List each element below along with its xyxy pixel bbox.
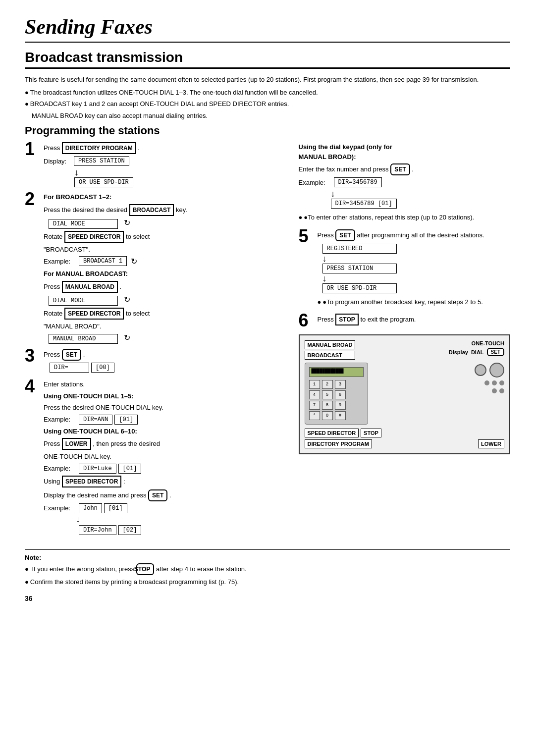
step-1-content: Press DIRECTORY PROGRAM . Display: PRESS… [44,142,284,187]
step-2-press-manual: Press [44,283,60,290]
display-dial-mode: DIAL MODE [49,219,118,229]
note-b1-after: after step 4 to erase the station. [156,565,247,573]
right-arrow-1: ↓ [331,189,511,198]
step-5-display2-row: PRESS STATION [322,264,511,273]
lower-key: LOWER [62,438,91,450]
step-4-lower-text2: , then press the desired [93,440,160,447]
arrow-down-4: ↓ [76,515,284,524]
step-1-display-row: Display: PRESS STATION [44,156,284,166]
step-6-after: to exit the program. [360,316,416,323]
step-4-block: 4 Enter stations. Using ONE-TOUCH DIAL 1… [25,379,284,537]
stop-key-note: STOP [136,563,154,575]
machine-diagram: MANUAL BROAD BROADCAST ONE-TOUCH Display… [299,334,511,454]
dial-keypad-period: . [412,165,414,173]
machine-label-manual-broad: MANUAL BROAD [305,340,356,349]
step-2-label-manual: For MANUAL BROADCAST: [44,270,128,277]
rotate-sym-3: ↻ [124,295,130,304]
key-5: 5 [322,390,333,399]
page-number: 36 [25,594,510,602]
key-6: 6 [335,390,346,399]
step-4-press-lower: Press [44,440,60,447]
display-john: John [79,503,102,513]
arrow-down-1: ↓ [74,168,284,177]
display-press-station-5: PRESS STATION [322,264,397,273]
dial-keypad-display2-row: DIR=3456789 [01] [331,199,511,209]
directory-program-key: DIRECTORY PROGRAM [62,142,136,154]
intro-bullet3: MANUAL BROAD key can also accept manual … [25,111,510,121]
display-dial-mode-2: DIAL MODE [49,296,118,306]
stop-key-6: STOP [335,314,358,325]
machine-stop-label: STOP [361,429,381,437]
display-dir-luke: DIR=Luke [79,464,116,474]
display-dir-john: DIR=John [79,525,116,535]
intro-bullet1: The broadcast function utilizes ONE-TOUC… [25,88,510,98]
machine-dot-3 [499,380,504,385]
intro-bullet2: BROADCAST key 1 and 2 can accept ONE-TOU… [25,99,510,109]
step-2-example-label: Example: [44,258,76,265]
display-dir-john-right: [02] [118,525,142,535]
dial-keypad-text1: Enter the fax number and press [299,165,389,173]
step-2-to-select-2: to select [126,310,150,317]
section-title: Broadcast transmission [25,50,510,69]
step-4-arrow-down: ↓ [76,515,284,524]
display-dir-00-right: [00] [91,363,114,373]
display-john-right: [01] [104,503,127,513]
step-3-display-row: DIR= [00] [50,363,284,373]
step-5-arrow-2: ↓ [322,274,511,283]
display-box-1b: OR USE SPD-DIR [74,177,133,187]
step-4-content: Enter stations. Using ONE-TOUCH DIAL 1–5… [44,379,284,537]
note-bullet-1: If you enter the wrong station, press ST… [25,563,510,575]
page-title: Sending Faxes [25,15,510,43]
rotate-sym-4: ↻ [124,333,130,342]
step-4-number: 4 [25,378,39,537]
key-7: 7 [309,401,320,410]
step-5-displays: REGISTERED ↓ PRESS STATION ↓ OR USE SPD-… [318,244,511,293]
dial-keypad-section: Using the dial keypad (only for MANUAL B… [299,142,511,222]
display-dir-luke-right: [01] [118,464,142,474]
set-key-3: SET [62,349,81,361]
display-broadcast-1: BROADCAST 1 [79,256,127,266]
keypad-row-3: 7 8 9 [309,401,364,410]
display-or-use-spd-dir-5: OR USE SPD-DIR [322,283,397,293]
step-6-content: Press STOP to exit the program. [318,314,511,329]
step-1-block: 1 Press DIRECTORY PROGRAM . Display: PRE… [25,142,284,187]
step-2-rotate-text: Rotate [44,233,62,240]
arrow-down-5b: ↓ [322,274,511,283]
step-4-lower-text3: ONE-TOUCH DIAL key. [44,452,284,462]
right-column: Using the dial keypad (only for MANUAL B… [299,142,511,541]
speed-director-key-1: SPEED DIRECTOR [64,231,124,243]
speed-director-key-2: SPEED DIRECTOR [64,308,124,320]
step-1-display2-row: OR USE SPD-DIR [74,177,284,187]
dial-keypad-example-label: Example: [299,179,331,186]
set-key-right: SET [390,163,410,175]
keypad-row-2: 4 5 6 [309,390,364,399]
step-3-number: 3 [25,347,39,375]
step-4-example3-row2: DIR=John [02] [44,525,284,535]
machine-directory-program-label: DIRECTORY PROGRAM [305,439,372,448]
rotate-sym-1: ↻ [124,218,130,227]
step-5-arrow-1: ↓ [322,254,511,263]
key-hash: # [335,411,346,420]
machine-top-labels: MANUAL BROAD BROADCAST ONE-TOUCH Display… [305,340,505,360]
machine-right-section [373,363,505,393]
display-dir-ann: DIR=ANN [79,415,112,425]
step-4-example1-label: Example: [44,416,76,423]
step-3-block: 3 Press SET . DIR= [00] [25,349,284,375]
step-5-number: 5 [299,227,313,309]
machine-keypad-area: ████████████ 1 2 3 4 5 6 7 8 [305,363,368,425]
step-2-to-select: to select [126,233,150,240]
machine-dots-row [484,380,504,385]
display-dir-ann-right: [01] [114,415,138,425]
keypad-row-4: * 0 # [309,411,364,420]
machine-dot-5 [499,388,504,393]
machine-circles-row [475,363,504,378]
machine-circle-2 [489,363,504,378]
step-2-rotate-text-2: Rotate [44,310,62,317]
display-registered: REGISTERED [322,244,397,254]
step-1-number: 1 [25,140,39,187]
step-3-press: Press [44,351,60,358]
broadcast-key: BROADCAST [129,204,174,216]
step-2-label-broadcast: For BROADCAST 1–2: [44,193,111,201]
step-1-arrow: ↓ [74,168,284,177]
display-label-1: Display: [44,158,71,165]
